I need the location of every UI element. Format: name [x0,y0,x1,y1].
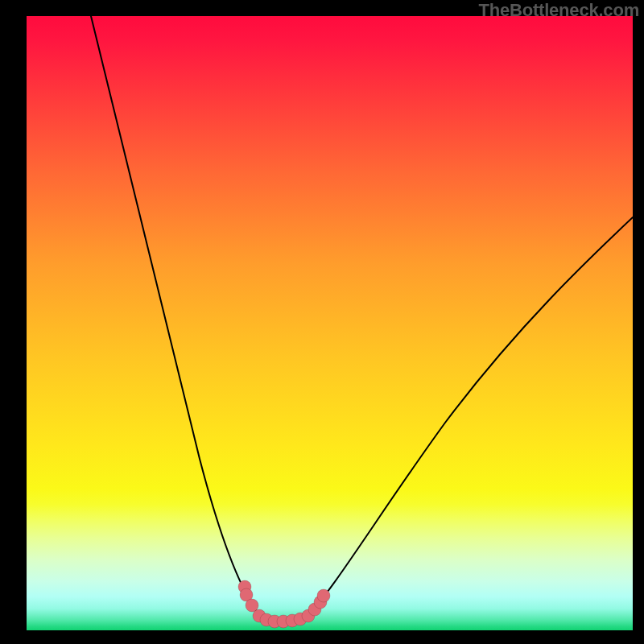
curve-markers [238,580,330,628]
svg-point-12 [317,589,330,602]
bottleneck-curve [27,16,633,630]
curve-right-branch [306,217,633,617]
curve-left-branch [91,16,261,617]
chart-plot-area [27,16,633,630]
watermark-text: TheBottleneck.com [478,0,639,21]
